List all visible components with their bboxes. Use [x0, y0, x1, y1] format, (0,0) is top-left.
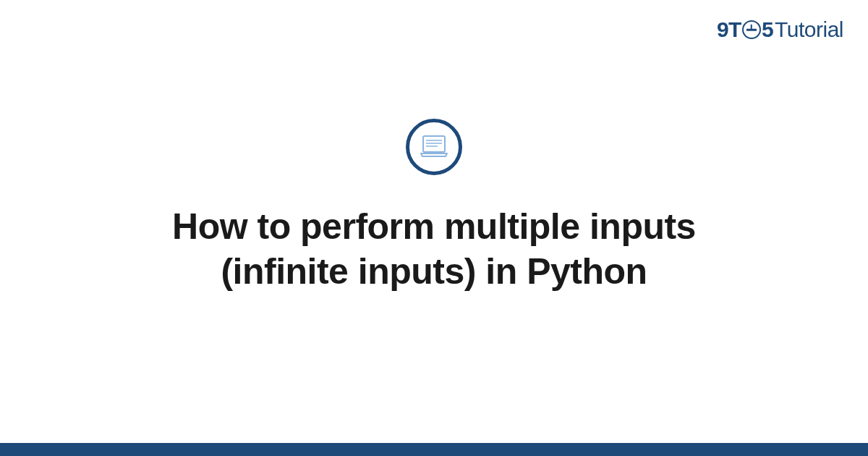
page-title: How to perform multiple inputs (infinite… — [109, 204, 760, 295]
laptop-icon — [406, 119, 462, 175]
footer-accent-bar — [0, 443, 868, 456]
svg-rect-0 — [423, 136, 445, 152]
main-content: How to perform multiple inputs (infinite… — [0, 0, 868, 456]
laptop-svg-icon — [419, 134, 449, 160]
